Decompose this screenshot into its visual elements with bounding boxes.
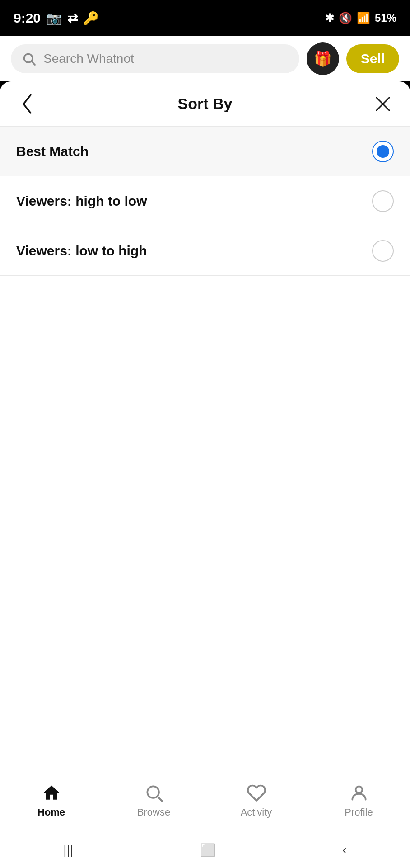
nav-label-profile: Profile (345, 807, 373, 818)
wifi-icon: 📶 (357, 12, 370, 24)
gift-button[interactable]: 🎁 (307, 42, 339, 75)
camera-icon: 📷 (46, 11, 62, 26)
app-header: Search Whatnot 🎁 Sell (0, 36, 410, 81)
svg-line-1 (32, 61, 35, 65)
status-time: 9:20 (14, 10, 41, 26)
profile-icon (349, 783, 369, 803)
svg-line-5 (158, 797, 162, 801)
bluetooth-icon: ✱ (325, 12, 334, 24)
nav-item-activity[interactable]: Activity (205, 783, 308, 818)
search-placeholder: Search Whatnot (43, 52, 134, 66)
radio-viewers-high-low[interactable] (372, 190, 394, 212)
sort-label-viewers-low-high: Viewers: low to high (16, 243, 147, 259)
sort-modal: Sort By Best Match Viewers: high to low … (0, 81, 410, 868)
sort-option-viewers-high-low[interactable]: Viewers: high to low (0, 176, 410, 226)
nav-item-browse[interactable]: Browse (102, 783, 205, 818)
android-home-btn[interactable]: ⬜ (200, 843, 216, 858)
sort-option-viewers-low-high[interactable]: Viewers: low to high (0, 226, 410, 276)
android-back-btn[interactable]: ‹ (342, 843, 346, 857)
radio-viewers-low-high[interactable] (372, 240, 394, 262)
cast-icon: ⇄ (67, 11, 78, 26)
nav-item-profile[interactable]: Profile (308, 783, 410, 818)
status-bar: 9:20 📷 ⇄ 🔑 ✱ 🔇 📶 51% (0, 0, 410, 36)
svg-point-6 (355, 786, 362, 793)
search-icon (22, 52, 36, 66)
sort-label-best-match: Best Match (16, 144, 89, 159)
modal-header: Sort By (0, 81, 410, 127)
nav-label-browse: Browse (137, 807, 170, 818)
sort-options-list: Best Match Viewers: high to low Viewers:… (0, 127, 410, 810)
radio-best-match[interactable] (372, 141, 394, 162)
back-button[interactable] (14, 91, 40, 117)
sort-label-viewers-high-low: Viewers: high to low (16, 193, 147, 209)
nav-item-home[interactable]: Home (0, 783, 102, 818)
close-button[interactable] (370, 91, 396, 117)
search-bar[interactable]: Search Whatnot (11, 44, 299, 73)
home-icon (42, 783, 61, 803)
browse-icon (144, 783, 164, 803)
nav-label-activity: Activity (241, 807, 272, 818)
sort-option-best-match[interactable]: Best Match (0, 127, 410, 176)
nav-label-home: Home (37, 807, 65, 818)
gift-icon: 🎁 (314, 50, 332, 67)
mute-icon: 🔇 (339, 12, 352, 24)
android-menu-btn[interactable]: ||| (63, 843, 73, 857)
sell-button[interactable]: Sell (346, 44, 399, 73)
activity-icon (247, 783, 266, 803)
android-nav-bar: ||| ⬜ ‹ (0, 832, 410, 868)
modal-title: Sort By (178, 95, 233, 113)
bottom-nav: Home Browse Activity Profile (0, 769, 410, 832)
battery-level: 51% (375, 12, 396, 24)
key-icon: 🔑 (83, 11, 99, 26)
